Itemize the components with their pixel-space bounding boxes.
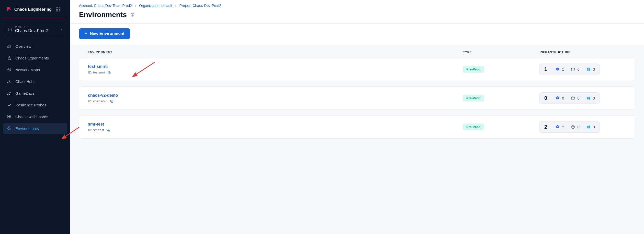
svg-rect-25 [587,98,588,100]
sidebar-item-label: Chaos Dashboards [15,115,48,119]
table-header: ENVIRONMENT TYPE INFRASTRUCTURE [79,44,635,58]
type-badge: Pre-Prod [463,66,484,73]
infrastructure-summary: 2 2 0 0 [539,121,600,133]
svg-rect-31 [589,126,590,127]
chevron-right-icon [60,28,63,32]
infra-container-count: 0 [577,125,579,129]
brand-underline [4,18,66,18]
svg-rect-24 [589,97,590,98]
copy-icon[interactable] [107,128,110,132]
cube-icon [7,27,13,32]
svg-point-1 [9,69,10,70]
brand: Chaos Engineering [2,4,68,18]
environment-name-link[interactable]: test-smriti [88,64,108,69]
copy-icon[interactable] [110,100,114,103]
environment-name-link[interactable]: smr-test [88,122,104,126]
infra-container-count: 0 [577,96,579,100]
windows-icon [586,67,591,72]
main: Account: Chaos Dev Team Prod2 › Organiza… [70,0,644,234]
people-icon [7,91,12,96]
svg-rect-32 [587,127,588,128]
content: ENVIRONMENT TYPE INFRASTRUCTURE test-smr… [70,44,644,234]
svg-rect-11 [9,117,11,118]
table-row[interactable]: test-smriti ID: testsmri Pre-Prod 1 1 0 … [79,58,635,81]
nodes-icon [7,79,12,84]
info-icon[interactable] [130,13,134,17]
container-icon [571,96,575,101]
page-title: Environments [79,11,127,19]
infra-win-count: 0 [593,67,595,71]
svg-point-0 [8,68,11,71]
breadcrumb-org[interactable]: Organization: default [139,4,172,8]
breadcrumb: Account: Chaos Dev Team Prod2 › Organiza… [70,0,644,9]
sidebar-item-label: Chaos Experiments [15,56,49,60]
svg-rect-26 [589,98,590,100]
sidebar-item-label: Overview [15,44,31,48]
hex-icon [7,126,12,131]
svg-point-5 [8,92,9,93]
brand-logo-icon [4,6,12,13]
apps-grid-icon[interactable] [56,7,60,11]
infra-win-count: 0 [593,125,595,129]
sidebar-item-experiments[interactable]: Chaos Experiments [3,52,67,64]
svg-rect-8 [8,115,9,116]
chevron-right-icon: › [175,4,176,8]
table-row[interactable]: chaos-v2-demo ID: chaosv2d Pre-Prod 0 0 … [79,87,635,110]
col-infrastructure: INFRASTRUCTURE [540,51,627,54]
copy-icon[interactable] [107,71,111,74]
infra-total: 2 [544,124,549,130]
brand-title: Chaos Engineering [14,7,52,12]
svg-rect-16 [587,68,588,69]
sidebar-item-chaoshubs[interactable]: ChaosHubs [3,76,67,87]
kubernetes-icon [555,67,560,72]
windows-icon [586,125,591,129]
svg-rect-33 [589,127,590,128]
breadcrumb-account[interactable]: Account: Chaos Dev Team Prod2 [79,4,132,8]
svg-rect-23 [587,97,588,98]
table-row[interactable]: smr-test ID: smrtest Pre-Prod 2 2 0 0 [79,115,635,139]
sidebar-item-label: ChaosHubs [15,79,35,84]
container-icon [571,125,575,129]
svg-point-6 [10,92,11,93]
sidebar-item-gamedays[interactable]: GameDays [3,88,67,99]
environment-name-link[interactable]: chaos-v2-demo [88,93,118,97]
type-badge: Pre-Prod [463,124,484,130]
sidebar-item-probes[interactable]: Resilience Probes [3,99,67,110]
infra-win-count: 0 [593,96,595,100]
new-environment-button[interactable]: + New Environment [79,28,130,39]
svg-rect-9 [9,115,11,116]
kubernetes-icon [555,125,560,129]
svg-point-29 [557,126,558,127]
home-icon [7,44,12,49]
sidebar-item-dashboards[interactable]: Chaos Dashboards [3,111,67,122]
project-name: Chaos-Dev-Prod2 [15,29,48,33]
svg-point-22 [557,97,558,98]
svg-rect-10 [8,117,9,118]
chevron-right-icon: › [135,4,136,8]
windows-icon [586,96,591,101]
infra-k8s-count: 1 [562,67,564,71]
svg-point-15 [557,68,558,69]
infrastructure-summary: 0 0 0 0 [539,92,600,104]
environment-id: ID: smrtest [88,128,104,132]
project-selector[interactable]: PROJECT Chaos-Dev-Prod2 [4,23,66,36]
infra-k8s-count: 2 [562,125,564,129]
page-title-row: Environments [70,9,644,23]
toolbar: + New Environment [70,23,644,44]
sidebar-item-environments[interactable]: Environments [3,123,67,134]
svg-point-4 [9,80,10,80]
project-label: PROJECT [15,26,48,29]
infra-k8s-count: 0 [562,96,564,100]
svg-rect-17 [589,68,590,69]
sidebar-item-label: Network Maps [15,68,40,72]
svg-rect-30 [587,126,588,127]
sidebar-nav: Overview Chaos Experiments Network Maps … [2,41,68,134]
sidebar-item-label: GameDays [15,91,35,95]
sidebar-item-overview[interactable]: Overview [3,41,67,52]
svg-rect-19 [589,69,590,71]
sidebar-item-network-maps[interactable]: Network Maps [3,64,67,75]
type-badge: Pre-Prod [463,95,484,102]
environment-id: ID: testsmri [88,70,105,74]
infrastructure-summary: 1 1 0 0 [539,64,600,75]
breadcrumb-project[interactable]: Project: Chaos-Dev-Prod2 [179,4,221,8]
